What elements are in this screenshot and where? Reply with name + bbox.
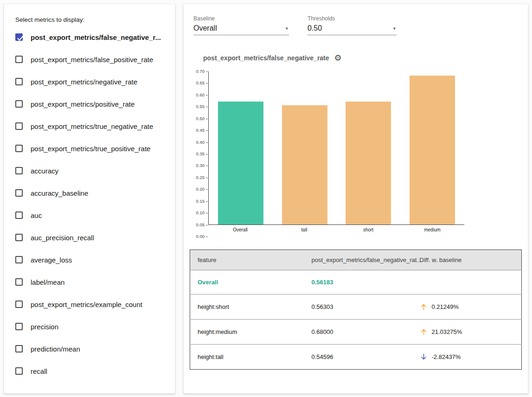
metric-item[interactable]: post_export_metrics/negative_rate bbox=[14, 70, 166, 93]
checkbox-unchecked-icon[interactable] bbox=[15, 78, 23, 85]
bar-slot bbox=[400, 71, 464, 224]
checkbox-unchecked-icon[interactable] bbox=[15, 145, 23, 152]
y-axis-tick-label: 0.70 bbox=[196, 69, 209, 74]
bar-tall[interactable] bbox=[282, 105, 327, 224]
metric-item[interactable]: average_loss bbox=[14, 249, 166, 271]
baseline-dropdown[interactable]: Baseline Overall ▾ bbox=[193, 15, 289, 35]
metric-label: post_export_metrics/negative_rate bbox=[31, 78, 137, 86]
y-axis-tick-label: 0.40 bbox=[196, 140, 209, 145]
metric-item[interactable]: post_export_metrics/example_count bbox=[14, 293, 166, 315]
y-axis-tick-label: 0.60 bbox=[196, 93, 209, 97]
y-axis-tick-label: 0.30 bbox=[196, 163, 209, 168]
feature-cell: Overall bbox=[190, 270, 304, 295]
metric-value-cell: 0.68000 bbox=[304, 320, 412, 345]
metric-label: post_export_metrics/false_positive_rate bbox=[31, 56, 153, 64]
x-axis-label: medium bbox=[400, 227, 464, 237]
metric-item[interactable]: post_export_metrics/true_positive_rate bbox=[14, 137, 166, 160]
feature-cell: height:medium bbox=[190, 320, 304, 345]
results-panel: Baseline Overall ▾ Thresholds 0.50 ▾ pos… bbox=[183, 4, 528, 394]
metric-value-cell: 0.56183 bbox=[304, 270, 412, 295]
metric-label: post_export_metrics/positive_rate bbox=[31, 100, 135, 108]
chevron-down-icon: ▾ bbox=[393, 26, 396, 32]
metric-label: precision bbox=[31, 323, 58, 331]
bar-medium[interactable] bbox=[410, 76, 455, 224]
metric-label: post_export_metrics/true_positive_rate bbox=[31, 145, 150, 153]
metric-item[interactable]: post_export_metrics/true_negative_rate bbox=[14, 115, 166, 137]
metric-label: recall bbox=[31, 367, 47, 375]
fairness-indicators-app: Select metrics to display: post_export_m… bbox=[0, 0, 532, 397]
metric-item[interactable]: prediction/mean bbox=[14, 338, 166, 360]
y-axis-tick-label: 0.25 bbox=[196, 175, 209, 180]
metric-item[interactable]: post_export_metrics/false_negative_r... bbox=[14, 26, 166, 48]
y-axis-tick-label: 0.65 bbox=[196, 81, 209, 85]
chart-y-axis: 0.000.050.100.150.200.250.300.350.400.45… bbox=[190, 71, 208, 237]
chart-bars bbox=[209, 71, 464, 224]
checkbox-unchecked-icon[interactable] bbox=[15, 367, 23, 375]
metric-item[interactable]: post_export_metrics/false_positive_rate bbox=[14, 48, 166, 70]
metrics-list: post_export_metrics/false_negative_r...p… bbox=[14, 26, 166, 382]
metric-value-cell: 0.54596 bbox=[304, 345, 412, 370]
checkbox-unchecked-icon[interactable] bbox=[15, 345, 23, 352]
metric-label: prediction/mean bbox=[31, 345, 80, 353]
metric-select-panel: Select metrics to display: post_export_m… bbox=[4, 4, 175, 394]
down-arrow-icon bbox=[420, 353, 428, 361]
y-axis-tick-label: 0.35 bbox=[196, 152, 209, 156]
checkbox-unchecked-icon[interactable] bbox=[15, 56, 23, 63]
chart-header: post_export_metrics/false_negative_rate … bbox=[203, 54, 522, 62]
metric-label: post_export_metrics/false_negative_r... bbox=[31, 33, 161, 41]
diff-cell bbox=[412, 270, 522, 295]
chart-plot-wrap: Overalltallshortmedium bbox=[208, 71, 464, 237]
up-arrow-icon bbox=[420, 303, 428, 311]
settings-gear-icon[interactable]: ⚙ bbox=[334, 54, 342, 62]
bar-short[interactable] bbox=[346, 102, 391, 224]
y-axis-tick-label: 0.50 bbox=[196, 116, 209, 121]
metric-item[interactable]: recall bbox=[14, 360, 166, 382]
baseline-dropdown-label: Baseline bbox=[193, 15, 289, 22]
metric-item[interactable]: post_export_metrics/positive_rate bbox=[14, 93, 166, 115]
metric-label: auc_precision_recall bbox=[31, 234, 94, 242]
table-row: Overall0.56183 bbox=[190, 270, 522, 295]
checkbox-unchecked-icon[interactable] bbox=[15, 189, 23, 197]
checkbox-unchecked-icon[interactable] bbox=[15, 234, 23, 241]
y-axis-tick-label: 0.05 bbox=[196, 223, 209, 227]
feature-cell: height:short bbox=[190, 295, 304, 320]
checkbox-checked-icon[interactable] bbox=[15, 33, 23, 41]
thresholds-dropdown[interactable]: Thresholds 0.50 ▾ bbox=[308, 15, 397, 35]
table-header-row: featurepost_export_metrics/false_negativ… bbox=[190, 250, 522, 270]
checkbox-unchecked-icon[interactable] bbox=[15, 167, 23, 174]
y-axis-tick-label: 0.00 bbox=[196, 234, 209, 239]
checkbox-unchecked-icon[interactable] bbox=[15, 211, 23, 219]
metric-item[interactable]: accuracy_baseline bbox=[14, 182, 166, 204]
table-row: height:short0.563030.21249% bbox=[190, 295, 522, 320]
metric-value-cell: 0.56303 bbox=[304, 295, 412, 320]
metric-label: auc bbox=[31, 211, 42, 219]
x-axis-label: tall bbox=[272, 227, 336, 237]
checkbox-unchecked-icon[interactable] bbox=[15, 301, 23, 308]
y-axis-tick-label: 0.20 bbox=[196, 187, 209, 192]
y-axis-tick-label: 0.10 bbox=[196, 211, 209, 215]
table-row: height:tall0.54596-2.82437% bbox=[190, 345, 522, 370]
metric-item[interactable]: precision bbox=[14, 315, 166, 338]
baseline-dropdown-value: Overall bbox=[193, 24, 217, 32]
bar-slot bbox=[209, 71, 273, 224]
checkbox-unchecked-icon[interactable] bbox=[15, 122, 23, 130]
metric-label: accuracy_baseline bbox=[31, 189, 88, 197]
bar-slot bbox=[337, 71, 401, 224]
up-arrow-icon bbox=[420, 328, 428, 336]
metric-item[interactable]: auc bbox=[14, 204, 166, 226]
checkbox-unchecked-icon[interactable] bbox=[15, 278, 23, 286]
metric-label: accuracy bbox=[31, 167, 58, 175]
diff-value: 21.03275% bbox=[432, 328, 462, 335]
table-header-cell: post_export_metrics/false_negative_rat..… bbox=[304, 250, 412, 270]
table-row: height:medium0.6800021.03275% bbox=[190, 320, 522, 345]
checkbox-unchecked-icon[interactable] bbox=[15, 256, 23, 263]
table-header-cell: Diff. w. baseline bbox=[412, 250, 522, 270]
diff-value: 0.21249% bbox=[432, 303, 459, 310]
checkbox-unchecked-icon[interactable] bbox=[15, 323, 23, 330]
bar-overall[interactable] bbox=[218, 102, 263, 224]
x-axis-label: short bbox=[336, 227, 400, 237]
metric-item[interactable]: auc_precision_recall bbox=[14, 226, 166, 249]
metric-item[interactable]: accuracy bbox=[14, 160, 166, 182]
checkbox-unchecked-icon[interactable] bbox=[15, 100, 23, 108]
metric-item[interactable]: label/mean bbox=[14, 271, 166, 293]
